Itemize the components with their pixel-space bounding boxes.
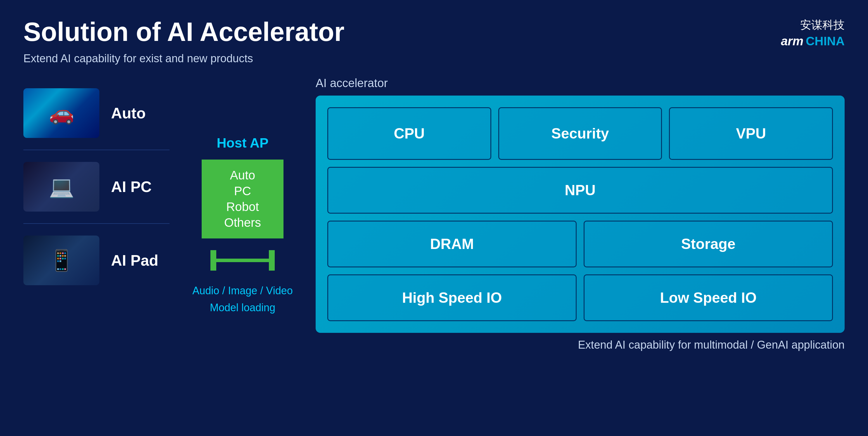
data-label-line2: Model loading (192, 299, 293, 316)
data-labels: Audio / Image / Video Model loading (192, 282, 293, 316)
logo-section: 安谋科技 arm CHINA (781, 18, 845, 48)
device-label-aipc: AI PC (111, 178, 152, 195)
logo-chinese: 安谋科技 (800, 18, 845, 32)
device-aipad: AI Pad (23, 224, 169, 297)
npu-block: NPU (327, 167, 833, 214)
device-label-auto: Auto (111, 104, 146, 122)
device-auto: Auto (23, 76, 169, 150)
ai-accel-box: CPU Security VPU NPU DRAM Storage High S… (316, 96, 845, 333)
cpu-block: CPU (327, 107, 491, 160)
left-column: Auto AI PC AI Pad (23, 76, 169, 351)
right-column: AI accelerator CPU Security VPU NPU DRAM… (316, 76, 845, 351)
device-aipc: AI PC (23, 150, 169, 224)
data-label-line1: Audio / Image / Video (192, 282, 293, 299)
high-speed-io-block: High Speed IO (327, 274, 577, 321)
accel-row-1: CPU Security VPU (327, 107, 833, 160)
device-image-auto (23, 88, 99, 138)
middle-column: Host AP Auto PC Robot Others (187, 100, 298, 351)
host-ap-item-1: PC (234, 184, 251, 198)
page-container: Solution of AI Accelerator Extend AI cap… (0, 0, 868, 436)
dram-block: DRAM (327, 221, 577, 268)
main-content: Auto AI PC AI Pad Host AP Auto PC Robot … (23, 76, 845, 351)
logo-arm-text: arm (781, 34, 803, 48)
accel-row-2: NPU (327, 167, 833, 214)
storage-block: Storage (584, 221, 833, 268)
accel-row-4: High Speed IO Low Speed IO (327, 274, 833, 321)
logo-china-text: CHINA (806, 34, 845, 48)
vpu-block: VPU (669, 107, 833, 160)
host-ap-title: Host AP (217, 135, 268, 151)
device-label-aipad: AI Pad (111, 252, 158, 269)
device-image-pad (23, 236, 99, 285)
low-speed-io-block: Low Speed IO (584, 274, 833, 321)
subtitle: Extend AI capability for exist and new p… (23, 52, 344, 65)
ai-accel-title: AI accelerator (316, 76, 845, 90)
host-ap-item-2: Robot (226, 200, 259, 214)
page-title: Solution of AI Accelerator (23, 18, 344, 46)
host-ap-item-0: Auto (230, 168, 255, 182)
host-ap-box: Auto PC Robot Others (202, 160, 283, 239)
host-ap-item-3: Others (224, 216, 261, 230)
bottom-caption: Extend AI capability for multimodal / Ge… (316, 339, 845, 351)
security-block: Security (498, 107, 662, 160)
header: Solution of AI Accelerator Extend AI cap… (23, 18, 845, 65)
arrow-container (210, 250, 275, 271)
title-section: Solution of AI Accelerator Extend AI cap… (23, 18, 344, 65)
accel-row-3: DRAM Storage (327, 221, 833, 268)
bidirectional-arrow (210, 250, 275, 271)
device-image-pc (23, 162, 99, 212)
logo-arm: arm CHINA (781, 34, 845, 48)
